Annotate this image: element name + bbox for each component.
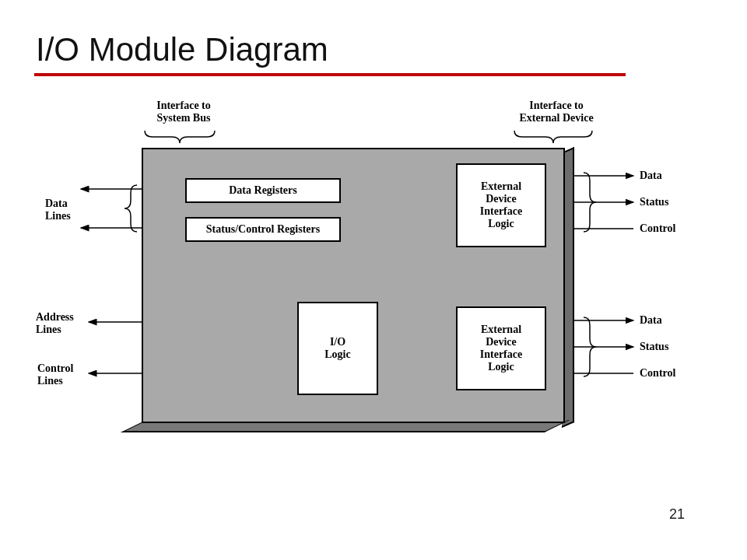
slide: I/O Module Diagram Interface toSystem Bu… [16, 16, 731, 544]
label-data-lines: DataLines [45, 198, 71, 222]
label-ext-status-top: Status [640, 196, 668, 208]
slide-title: I/O Module Diagram [36, 31, 731, 68]
block-ext-dev-interface-logic-bottom: ExternalDeviceInterfaceLogic [456, 306, 546, 390]
block-ext-dev-interface-logic-top: ExternalDeviceInterfaceLogic [456, 163, 546, 247]
label-address-lines: AddressLines [36, 311, 74, 336]
label-ext-data-bottom: Data [640, 314, 662, 327]
label-ext-control-bottom: Control [640, 367, 675, 380]
label-ext-status-bottom: Status [640, 341, 668, 353]
io-module-diagram: Interface toSystem Bus Interface toExter… [36, 101, 674, 443]
block-data-registers: Data Registers [185, 178, 341, 203]
label-control-lines: ControlLines [37, 362, 73, 387]
label-ext-control-top: Control [640, 222, 675, 235]
block-status-control-registers: Status/Control Registers [185, 217, 341, 242]
block-io-logic: I/OLogic [297, 302, 378, 395]
title-underline [34, 73, 626, 76]
page-number: 21 [669, 506, 685, 523]
label-ext-data-top: Data [640, 170, 662, 182]
